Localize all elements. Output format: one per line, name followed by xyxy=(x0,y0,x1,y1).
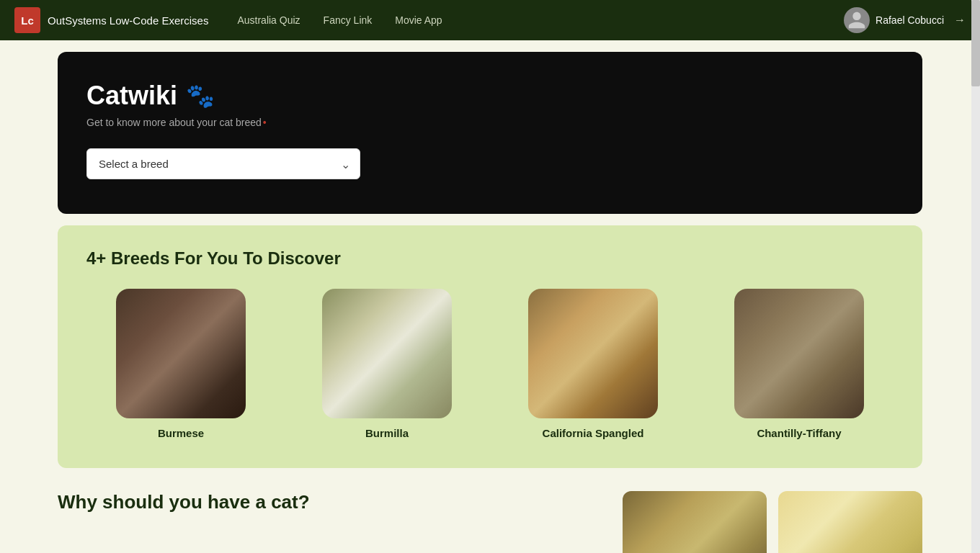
breed-select[interactable]: Select a breed Burmese Burmilla Californ… xyxy=(86,148,360,179)
scrollbar-thumb[interactable] xyxy=(971,0,980,86)
paw-icon: 🐾 xyxy=(186,82,215,109)
why-images xyxy=(623,491,922,553)
breed-image-burmilla xyxy=(322,289,452,418)
navbar: Lc OutSystems Low-Code Exercises Austral… xyxy=(0,0,980,40)
breed-name-burmilla: Burmilla xyxy=(365,427,409,439)
breed-image-california xyxy=(528,289,658,418)
why-section: Why should you have a cat? xyxy=(58,491,922,553)
nav-link-fancy-link[interactable]: Fancy Link xyxy=(324,14,373,26)
breeds-heading: 4+ Breeds For You To Discover xyxy=(86,248,894,269)
hero-section: Catwiki 🐾 Get to know more about your ca… xyxy=(58,52,922,214)
breed-card-burmilla[interactable]: Burmilla xyxy=(293,289,481,439)
nav-user: Rafael Cobucci → xyxy=(844,7,966,33)
avatar xyxy=(844,7,870,33)
breed-name-california: California Spangled xyxy=(543,427,644,439)
user-icon xyxy=(847,10,867,30)
breed-name-burmese: Burmese xyxy=(158,427,204,439)
hero-title: Catwiki 🐾 xyxy=(86,81,894,111)
nav-logo: Lc xyxy=(14,7,40,33)
username: Rafael Cobucci xyxy=(876,14,944,26)
breed-name-chantilly: Chantilly-Tiffany xyxy=(757,427,841,439)
breed-card-chantilly[interactable]: Chantilly-Tiffany xyxy=(705,289,894,439)
breeds-section: 4+ Breeds For You To Discover Burmese Bu… xyxy=(58,225,922,468)
why-image-2 xyxy=(778,491,922,553)
nav-link-australia-quiz[interactable]: Australia Quiz xyxy=(237,14,300,26)
logout-button[interactable]: → xyxy=(954,14,966,27)
why-text: Why should you have a cat? xyxy=(58,491,600,525)
nav-links: Australia Quiz Fancy Link Movie App xyxy=(237,14,844,26)
breed-card-burmese[interactable]: Burmese xyxy=(86,289,275,439)
why-image-1 xyxy=(623,491,767,553)
required-marker: • xyxy=(263,117,267,128)
breed-select-wrapper: Select a breed Burmese Burmilla Californ… xyxy=(86,148,360,179)
breed-image-burmese xyxy=(116,289,246,418)
hero-subtitle: Get to know more about your cat breed• xyxy=(86,117,894,128)
nav-link-movie-app[interactable]: Movie App xyxy=(395,14,442,26)
breed-image-chantilly xyxy=(734,289,864,418)
breeds-grid: Burmese Burmilla California Spangled Cha… xyxy=(86,289,894,439)
why-heading: Why should you have a cat? xyxy=(58,491,600,513)
catwiki-title-text: Catwiki xyxy=(86,81,177,111)
scrollbar[interactable] xyxy=(971,0,980,553)
nav-app-title: OutSystems Low-Code Exercises xyxy=(48,14,208,27)
breed-card-california[interactable]: California Spangled xyxy=(499,289,687,439)
